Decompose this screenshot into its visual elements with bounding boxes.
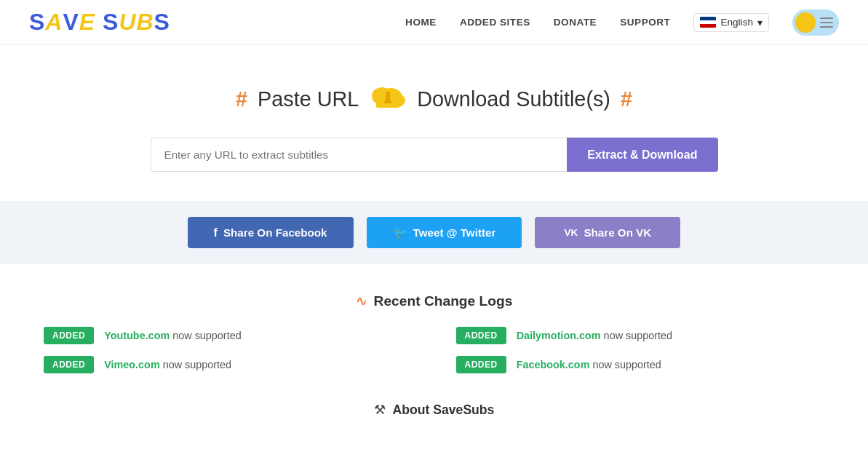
avatar-circle — [795, 12, 816, 33]
changelog-text: Dailymotion.com now supported — [517, 330, 672, 341]
dailymotion-link[interactable]: Dailymotion.com — [517, 330, 601, 341]
hash-left: # — [236, 87, 247, 111]
hamburger-icon — [820, 17, 833, 28]
header: SAVE SUBS HOME ADDED SITES DONATE SUPPOR… — [0, 0, 868, 45]
hero-section: # Paste URL Download Subtitle(s) # Extra… — [0, 45, 868, 201]
url-input[interactable] — [151, 138, 568, 172]
hash-right: # — [621, 87, 632, 111]
added-badge: ADDED — [456, 356, 506, 373]
facebook-label: Share On Facebook — [223, 226, 327, 239]
social-bar: f Share On Facebook 🐦 Tweet @ Twitter VK… — [0, 201, 868, 264]
list-item: ADDED Vimeo.com now supported — [44, 356, 413, 373]
chevron-down-icon: ▾ — [757, 17, 763, 28]
url-row: Extract & Download — [151, 138, 718, 172]
youtube-link[interactable]: Youtube.com — [104, 330, 170, 341]
wordpress-icon: ⚒ — [374, 402, 386, 418]
logo[interactable]: SAVE SUBS — [29, 9, 170, 36]
changelogs-title-text: Recent Change Logs — [374, 293, 513, 309]
share-vk-button[interactable]: VK Share On VK — [535, 217, 680, 248]
list-item: ADDED Facebook.com now supported — [456, 356, 825, 373]
main-nav: HOME ADDED SITES DONATE SUPPORT English … — [405, 9, 839, 36]
facebook-link[interactable]: Facebook.com — [517, 359, 590, 370]
changelog-text: Youtube.com now supported — [104, 330, 241, 341]
vk-icon: VK — [565, 227, 578, 238]
menu-toggle[interactable] — [792, 9, 839, 36]
changelogs-section: ∿ Recent Change Logs ADDED Youtube.com n… — [0, 264, 868, 388]
facebook-icon: f — [214, 226, 218, 239]
list-item: ADDED Youtube.com now supported — [44, 327, 413, 344]
rss-icon: ∿ — [356, 294, 367, 309]
cloud-download-icon — [369, 82, 407, 117]
changelog-text: Vimeo.com now supported — [104, 359, 231, 370]
changelogs-title: ∿ Recent Change Logs — [44, 293, 824, 309]
language-label: English — [720, 17, 753, 28]
twitter-label: Tweet @ Twitter — [413, 226, 496, 239]
share-facebook-button[interactable]: f Share On Facebook — [188, 217, 354, 248]
language-selector[interactable]: English ▾ — [693, 13, 769, 32]
changelog-text: Facebook.com now supported — [517, 359, 661, 370]
nav-support[interactable]: SUPPORT — [620, 17, 670, 28]
paste-url-text: Paste URL — [258, 87, 359, 111]
added-badge: ADDED — [44, 356, 94, 373]
svg-rect-5 — [386, 92, 390, 102]
about-section: ⚒ About SaveSubs — [0, 388, 868, 447]
added-badge: ADDED — [44, 327, 94, 344]
vk-label: Share On VK — [584, 226, 651, 239]
list-item: ADDED Dailymotion.com now supported — [456, 327, 825, 344]
hero-title: # Paste URL Download Subtitle(s) # — [236, 82, 632, 117]
about-title: About SaveSubs — [393, 402, 495, 418]
twitter-icon: 🐦 — [393, 226, 407, 239]
download-subtitle-text: Download Subtitle(s) — [417, 87, 610, 111]
added-badge: ADDED — [456, 327, 506, 344]
nav-added-sites[interactable]: ADDED SITES — [460, 17, 530, 28]
nav-donate[interactable]: DONATE — [554, 17, 597, 28]
vimeo-link[interactable]: Vimeo.com — [104, 359, 160, 370]
nav-home[interactable]: HOME — [405, 17, 437, 28]
changelog-grid: ADDED Youtube.com now supported ADDED Da… — [44, 327, 824, 373]
tweet-twitter-button[interactable]: 🐦 Tweet @ Twitter — [367, 217, 522, 248]
extract-button[interactable]: Extract & Download — [567, 138, 717, 172]
